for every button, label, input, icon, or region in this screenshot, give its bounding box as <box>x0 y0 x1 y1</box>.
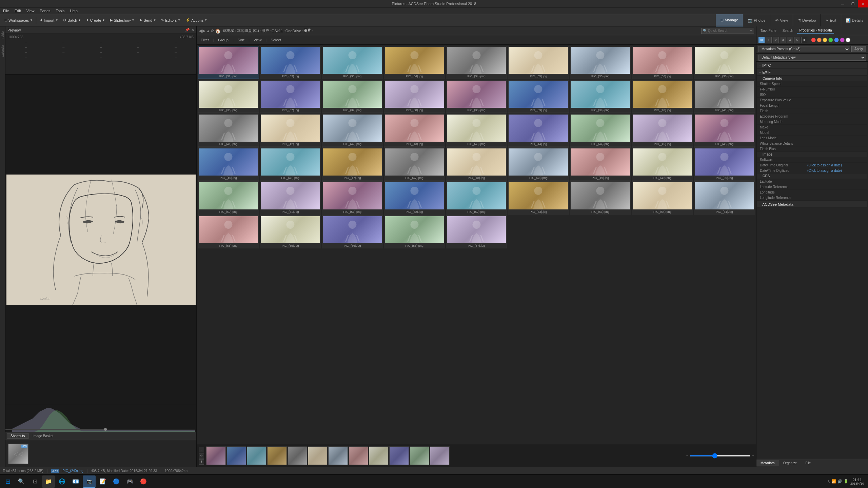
color-white[interactable] <box>846 38 850 42</box>
tab-details[interactable]: 📊 Details <box>841 14 868 26</box>
menu-tools[interactable]: Tools <box>54 8 66 13</box>
taskbar-mail[interactable]: 📧 <box>69 475 82 488</box>
thumbnail-item[interactable]: PNG PIC_(55).png <box>198 215 259 248</box>
breadcrumb-computer[interactable]: 此电脑 <box>223 28 234 33</box>
taskbar-explorer[interactable]: 📁 <box>42 475 55 488</box>
thumbnail-item[interactable]: JPG PIC_(47).jpg <box>322 147 383 181</box>
tab-shortcuts[interactable]: Shortcuts <box>7 433 28 439</box>
tray-clock[interactable]: 21:11 2018/4/10 <box>850 478 864 485</box>
import-button[interactable]: ⬇ Import ▼ <box>37 16 60 25</box>
nav-forward[interactable]: ▶ <box>202 28 205 33</box>
thumbnail-item[interactable]: JPG PIC_(43).jpg <box>384 114 445 147</box>
thumbnail-item[interactable]: JPG PIC_(33).jpg <box>260 46 321 79</box>
thumbnail-item[interactable]: JPG PIC_(36).jpg <box>632 46 693 79</box>
tab-photos[interactable]: 📷 Photos <box>743 14 770 26</box>
thumbnail-item[interactable]: PNG PIC_(38).png <box>446 80 507 113</box>
tray-network[interactable]: 📶 <box>831 479 836 484</box>
breadcrumb-pictures[interactable]: 图片 <box>303 28 311 33</box>
thumbnail-item[interactable]: JPG PIC_(37).jpg <box>260 80 321 113</box>
tray-arrow[interactable]: ∧ <box>827 479 830 484</box>
close-button[interactable]: ✕ <box>858 0 868 7</box>
filter-5[interactable]: 5 <box>794 37 800 43</box>
thumbnail-item[interactable]: PNG PIC_(49).png <box>632 147 693 181</box>
minimize-button[interactable]: — <box>837 0 848 7</box>
color-red[interactable] <box>811 38 816 42</box>
taskbar-search[interactable]: 🔍 <box>15 475 28 488</box>
tab-view[interactable]: 👁 View <box>770 14 793 26</box>
thumbnail-item[interactable]: JPG PIC_(55).jpg <box>260 215 321 248</box>
taskbar-task-view[interactable]: ⊡ <box>28 475 41 488</box>
thumbnail-item[interactable]: PNG PIC_(51).png <box>322 181 383 215</box>
taskbar-edge[interactable]: 🌐 <box>56 475 68 488</box>
breadcrumb-onedrive[interactable]: OneDrive <box>285 29 301 33</box>
thumbnail-item[interactable]: JPG PIC_(57).jpg <box>446 215 507 248</box>
thumbnail-item[interactable]: PNG PIC_(47).png <box>384 147 445 181</box>
taskbar-app9[interactable]: 🔵 <box>110 475 123 488</box>
thumbnail-item[interactable]: PNG PIC_(44).png <box>570 114 631 147</box>
thumbnail-item[interactable]: JPG PIC_(45).jpg <box>632 114 693 147</box>
thumbnail-item[interactable]: PNG PIC_(41).png <box>198 114 259 147</box>
quick-search-box[interactable]: 🔍 ▼ <box>701 28 754 34</box>
color-blue[interactable] <box>834 38 839 42</box>
quick-search-input[interactable] <box>708 29 749 33</box>
tab-task-pane[interactable]: Task Pane <box>758 28 778 33</box>
thumbnail-item[interactable]: JPG PIC_(49).jpg <box>570 147 631 181</box>
tray-battery[interactable]: 🔋 <box>844 479 848 484</box>
filmstrip-thumb-item[interactable] <box>349 446 368 465</box>
filmstrip-info[interactable]: ℹ <box>199 459 204 465</box>
filmstrip-thumb-item[interactable] <box>288 446 307 465</box>
editors-button[interactable]: ✎ Editors ▼ <box>159 16 183 25</box>
thumbnail-item[interactable]: PNG PIC_(42).png <box>322 114 383 147</box>
preview-pin-icon[interactable]: 📌 <box>185 28 190 32</box>
basket-item[interactable]: ◁◁ JPG <box>8 444 28 464</box>
thumbnail-item[interactable]: JPG PIC_(39).jpg <box>508 80 569 113</box>
sidebar-folder-label[interactable]: Folder <box>0 28 5 42</box>
meta-row-date-digitized[interactable]: Date/Time Digitized (Click to assign a d… <box>757 168 867 174</box>
thumbnail-item[interactable]: JPG PIC_(34).jpg <box>384 46 445 79</box>
tab-search[interactable]: Search <box>781 28 795 33</box>
filmstrip-thumb-item[interactable] <box>308 446 328 465</box>
taskbar-acdsee[interactable]: 📷 <box>83 475 96 488</box>
thumbnail-item[interactable]: JPG PIC_(40).jpg <box>632 80 693 113</box>
thumbnail-item[interactable]: JPG PIC_(35).jpg <box>508 46 569 79</box>
select-btn[interactable]: Select <box>269 37 283 43</box>
workspaces-button[interactable]: ⊞ Workspaces ▼ <box>2 16 35 25</box>
right-tab-metadata[interactable]: Metadata <box>756 460 779 466</box>
thumbnail-item[interactable]: PNG PIC_(50).png <box>198 181 259 215</box>
sidebar-calendar-label[interactable]: Calendar <box>0 42 5 60</box>
filter-3[interactable]: 3 <box>780 37 786 43</box>
thumbnail-item[interactable]: JPG PIC_(54).jpg <box>694 181 755 215</box>
tab-develop[interactable]: ⚗ Develop <box>793 14 821 26</box>
thumbnail-item[interactable]: JPG PIC_(42).jpg <box>260 114 321 147</box>
meta-value-date-original[interactable]: (Click to assign a date) <box>807 163 865 167</box>
tab-image-basket[interactable]: Image Basket <box>29 433 57 439</box>
thumbnail-item[interactable]: JPG PIC_(46).jpg <box>198 147 259 181</box>
nav-back[interactable]: ◀ <box>199 28 202 33</box>
filmstrip-home[interactable]: ⌂ <box>199 447 204 452</box>
metadata-presets-select[interactable]: Metadata Presets (Ctrl+8) <box>758 46 850 52</box>
filter-black[interactable]: ■ <box>801 37 807 43</box>
thumbnail-item[interactable]: PNG PIC_(43).png <box>446 114 507 147</box>
search-dropdown-icon[interactable]: ▼ <box>750 29 752 32</box>
thumbnail-item[interactable]: PNG PIC_(36).png <box>198 80 259 113</box>
filter-all[interactable]: ⊞ <box>758 37 765 43</box>
menu-edit[interactable]: Edit <box>13 8 23 13</box>
breadcrumb-users[interactable]: 用户 <box>261 28 269 33</box>
thumbnail-item[interactable]: PNG PIC_(36).png <box>694 46 755 79</box>
taskbar-red-app[interactable]: 🔴 <box>137 475 150 488</box>
thumbnail-item[interactable]: PNG PIC_(56).png <box>384 215 445 248</box>
thumbnail-item[interactable]: JPG PIC_(56).jpg <box>322 215 383 248</box>
filmstrip-thumb-item[interactable] <box>410 446 429 465</box>
metadata-view-select[interactable]: Default Metadata View <box>758 55 866 61</box>
breadcrumb-drive[interactable]: 本地磁盘 (C:) <box>237 28 259 33</box>
batch-button[interactable]: ⚙ Batch ▼ <box>61 16 83 25</box>
preview-close-icon[interactable]: ✕ <box>191 28 194 32</box>
filmstrip-thumb-item[interactable] <box>226 446 246 465</box>
filmstrip-thumb-item[interactable] <box>369 446 389 465</box>
exif-section-header[interactable]: − EXIF <box>757 69 867 76</box>
filter-2[interactable]: 2 <box>773 37 779 43</box>
nav-home[interactable]: ⟳ <box>211 28 214 33</box>
group-btn[interactable]: Group <box>216 37 231 43</box>
thumbnail-item[interactable]: JPG PIC_(48).jpg <box>446 147 507 181</box>
nav-up[interactable]: ▲ <box>206 28 210 33</box>
